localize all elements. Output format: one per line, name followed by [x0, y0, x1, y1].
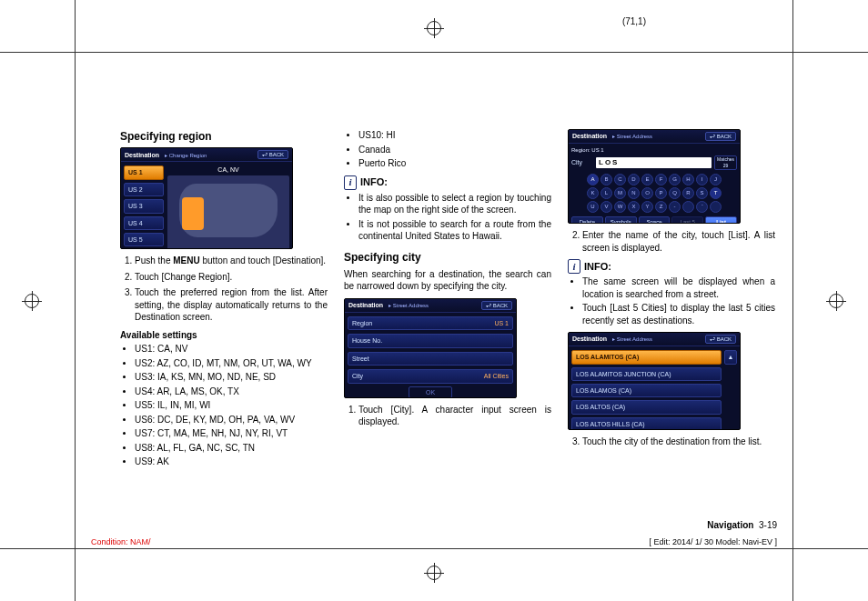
city-list-item[interactable]: LOS ALAMITOS JUNCTION (CA): [571, 367, 722, 381]
city-list-item[interactable]: LOS ALTOS (CA): [571, 400, 722, 414]
key[interactable]: R: [682, 187, 694, 199]
kbd-symbols-button[interactable]: Symbols: [605, 216, 637, 224]
info-icon: i: [344, 175, 357, 190]
key[interactable]: J: [710, 174, 722, 185]
info-icon: i: [568, 259, 580, 274]
back-button[interactable]: ⮐ BACK: [705, 335, 736, 344]
key[interactable]: U: [587, 201, 599, 213]
key[interactable]: E: [641, 174, 653, 185]
region-map[interactable]: [167, 175, 289, 249]
key[interactable]: G: [669, 174, 681, 185]
region-entry: US5: IL, IN, MI, WI: [135, 399, 328, 412]
screen-subtitle: ▸ Street Address: [612, 336, 652, 342]
kbd-last5-button[interactable]: Last 5 Cities: [671, 216, 703, 224]
screen-title: Destination: [572, 133, 607, 139]
screen-title: Destination: [572, 336, 607, 342]
onscreen-keyboard: A B C D E F G H I J K L M: [571, 174, 737, 213]
form-row-houseno[interactable]: House No.: [348, 334, 513, 347]
key[interactable]: H: [682, 174, 694, 185]
heading-specifying-region: Specifying region: [120, 129, 328, 144]
city-list-item[interactable]: LOS ALAMOS (CA): [571, 384, 722, 397]
condition-stamp: Condition: NAM/: [91, 537, 151, 546]
key[interactable]: Y: [641, 201, 653, 213]
available-settings-label: Available settings: [120, 329, 328, 342]
key[interactable]: S: [696, 187, 708, 199]
step: Touch the preferred region from the list…: [135, 286, 328, 324]
kbd-delete-button[interactable]: Delete: [571, 216, 603, 224]
screen-title: Destination: [125, 152, 159, 158]
info-heading: i INFO:: [344, 175, 551, 190]
key[interactable]: W: [614, 201, 626, 213]
info-item: It is not possible to search for a route…: [358, 218, 551, 243]
form-row-region[interactable]: RegionUS 1: [348, 316, 513, 330]
matches-badge: Matches29: [714, 155, 737, 170]
form-row-city[interactable]: CityAll Cities: [348, 369, 513, 383]
key[interactable]: T: [710, 187, 722, 199]
key[interactable]: V: [601, 201, 612, 213]
screen-subtitle: ▸ Change Region: [165, 153, 207, 158]
region-entry: US4: AR, LA, MS, OK, TX: [135, 386, 328, 398]
city-steps-2: Enter the name of the city, touch [List]…: [568, 229, 775, 254]
key[interactable]: I: [696, 174, 708, 185]
screenshot-city-list: Destination ▸ Street Address ⮐ BACK LOS …: [568, 332, 741, 430]
key[interactable]: D: [628, 174, 640, 185]
kbd-space-button[interactable]: Space: [639, 216, 671, 224]
region-value: US 1: [591, 147, 603, 153]
city-input[interactable]: LOS: [596, 157, 712, 169]
city-list-item[interactable]: LOS ALTOS HILLS (CA): [571, 417, 722, 430]
region-entry: Puerto Rico: [358, 157, 551, 170]
info-item: The same screen will be displayed when a…: [582, 275, 775, 300]
back-button[interactable]: ⮐ BACK: [257, 150, 288, 159]
key[interactable]: A: [587, 174, 599, 185]
city-intro: When searching for a destination, the se…: [344, 268, 551, 293]
region-opt[interactable]: US 2: [124, 183, 164, 196]
key[interactable]: ʼ: [696, 201, 708, 213]
kbd-list-button[interactable]: List: [705, 216, 737, 224]
crop-line: [0, 52, 868, 53]
key[interactable]: -: [669, 201, 681, 213]
step: Push the MENU button and touch [Destinat…: [135, 255, 328, 267]
region-entry: US6: DC, DE, KY, MD, OH, PA, VA, WV: [135, 414, 328, 426]
city-steps-3: Touch the city of the destination from t…: [568, 436, 775, 448]
region-label: Region:: [571, 147, 590, 153]
key[interactable]: F: [655, 174, 667, 185]
heading-specifying-city: Specifying city: [344, 250, 551, 265]
info-label: INFO:: [360, 175, 388, 189]
back-button[interactable]: ⮐ BACK: [705, 132, 736, 141]
key[interactable]: L: [601, 187, 612, 199]
ok-button[interactable]: OK: [409, 386, 452, 398]
key[interactable]: [710, 201, 722, 213]
region-opt[interactable]: US 4: [124, 216, 164, 230]
crop-line: [0, 548, 868, 549]
key[interactable]: Z: [655, 201, 667, 213]
region-entry: US1: CA, NV: [135, 343, 328, 356]
section-footer: Navigation 3-19: [707, 520, 777, 530]
region-opt[interactable]: US 5: [124, 233, 164, 246]
key[interactable]: [682, 201, 694, 213]
key[interactable]: P: [655, 187, 667, 199]
screen-subtitle: ▸ Street Address: [612, 134, 652, 139]
screen-subtitle: ▸ Street Address: [389, 303, 429, 308]
region-steps: Push the MENU button and touch [Destinat…: [120, 255, 328, 324]
back-button[interactable]: ⮐ BACK: [481, 301, 512, 310]
form-row-street[interactable]: Street: [348, 352, 513, 366]
region-opt[interactable]: US 3: [124, 199, 164, 213]
key[interactable]: M: [614, 187, 626, 199]
crop-line: [75, 0, 76, 601]
key[interactable]: B: [601, 174, 612, 185]
city-steps-1: Touch [City]. A character input screen i…: [344, 404, 551, 428]
key[interactable]: O: [641, 187, 653, 199]
key[interactable]: N: [628, 187, 640, 199]
registration-mark: [826, 291, 846, 311]
screen-title: Destination: [348, 302, 383, 308]
scroll-up-button[interactable]: ▲: [724, 350, 737, 364]
map-title: CA, NV: [167, 165, 289, 175]
region-opt[interactable]: US 1: [124, 165, 164, 179]
key[interactable]: Q: [669, 187, 681, 199]
region-entry: Canada: [358, 144, 551, 156]
key[interactable]: K: [587, 187, 599, 199]
region-entry: US10: HI: [358, 129, 551, 142]
key[interactable]: C: [614, 174, 626, 185]
city-list-item[interactable]: LOS ALAMITOS (CA): [571, 350, 722, 364]
key[interactable]: X: [628, 201, 640, 213]
